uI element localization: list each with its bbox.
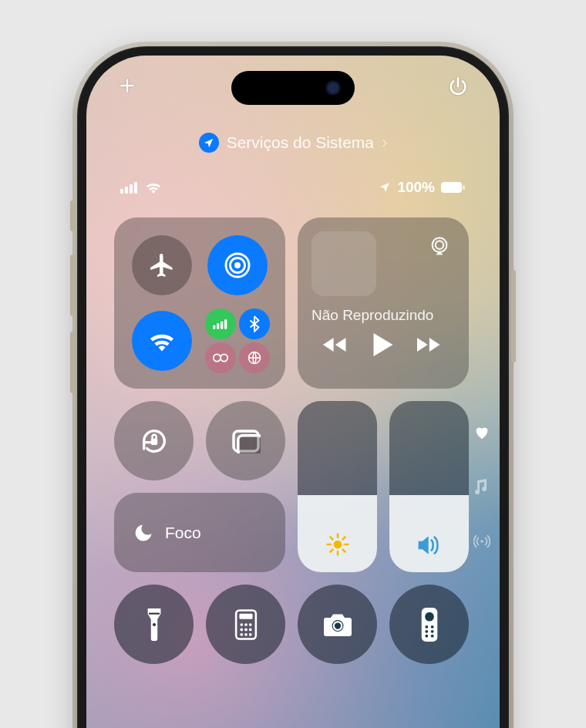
svg-rect-11 xyxy=(221,322,223,329)
svg-point-34 xyxy=(248,633,251,636)
album-art xyxy=(312,231,376,296)
page-indicators[interactable] xyxy=(473,426,490,549)
screen-mirroring-button[interactable] xyxy=(206,401,285,480)
bluetooth-icon xyxy=(249,315,260,332)
side-button xyxy=(511,270,516,362)
screen-mirroring-icon xyxy=(231,429,261,453)
flashlight-icon xyxy=(145,608,163,641)
svg-point-41 xyxy=(425,629,428,632)
cellular-icon xyxy=(213,318,228,329)
svg-point-39 xyxy=(425,625,428,629)
now-playing-tile[interactable]: Não Reproduzindo xyxy=(298,217,469,389)
brightness-slider[interactable] xyxy=(298,401,377,572)
connectivity-tile[interactable] xyxy=(114,217,285,389)
now-playing-title: Não Reproduzindo xyxy=(312,307,455,324)
cellular-signal-icon xyxy=(120,181,139,194)
svg-point-6 xyxy=(234,262,241,268)
airdrop-button[interactable] xyxy=(207,235,268,295)
remote-button[interactable] xyxy=(389,585,469,664)
svg-rect-2 xyxy=(130,184,133,194)
location-status-icon xyxy=(379,181,391,194)
svg-point-27 xyxy=(244,623,248,626)
phone-frame: Serviços do Sistema › 100% xyxy=(77,46,509,728)
svg-point-38 xyxy=(425,612,434,621)
svg-rect-23 xyxy=(149,612,160,614)
forward-button[interactable] xyxy=(417,336,443,353)
moon-icon xyxy=(133,522,154,544)
satellite-icon xyxy=(247,350,262,366)
svg-point-31 xyxy=(248,628,251,631)
svg-rect-9 xyxy=(213,325,215,329)
svg-point-22 xyxy=(152,622,155,625)
screen: Serviços do Sistema › 100% xyxy=(86,56,500,728)
svg-point-32 xyxy=(240,633,243,636)
svg-point-13 xyxy=(214,354,221,361)
battery-text: 100% xyxy=(397,179,435,196)
airplane-mode-button[interactable] xyxy=(132,235,192,295)
remote-icon xyxy=(421,608,438,642)
svg-point-33 xyxy=(244,633,248,636)
battery-icon xyxy=(441,181,466,194)
power-icon xyxy=(447,76,469,97)
add-control-button[interactable] xyxy=(117,76,137,97)
svg-point-14 xyxy=(221,354,227,361)
svg-point-29 xyxy=(240,628,243,631)
svg-rect-12 xyxy=(224,319,227,329)
svg-point-43 xyxy=(425,634,428,637)
wifi-button[interactable] xyxy=(132,311,192,371)
system-services-row[interactable]: Serviços do Sistema › xyxy=(86,133,500,153)
camera-icon xyxy=(322,612,354,638)
svg-point-45 xyxy=(480,540,483,543)
speaker-icon xyxy=(416,534,443,557)
focus-button[interactable]: Foco xyxy=(114,493,285,572)
personal-hotspot-button[interactable] xyxy=(205,342,236,373)
svg-point-42 xyxy=(430,629,433,632)
play-icon xyxy=(372,333,394,356)
airdrop-icon xyxy=(223,251,252,280)
dynamic-island xyxy=(231,71,355,105)
play-button[interactable] xyxy=(372,333,394,356)
music-note-icon xyxy=(475,478,489,495)
forward-icon xyxy=(417,336,443,353)
heart-icon xyxy=(474,426,490,440)
airplane-icon xyxy=(148,251,176,279)
cellular-data-button[interactable] xyxy=(205,308,236,339)
calculator-button[interactable] xyxy=(206,585,285,664)
airplay-button[interactable] xyxy=(424,231,455,262)
svg-point-40 xyxy=(430,625,433,629)
svg-rect-20 xyxy=(237,435,260,453)
chevron-right-icon: › xyxy=(382,133,387,153)
svg-point-44 xyxy=(430,634,433,637)
power-button[interactable] xyxy=(447,76,469,97)
location-badge xyxy=(199,133,219,153)
volume-slider[interactable] xyxy=(389,401,469,572)
system-services-label: Serviços do Sistema xyxy=(227,133,374,152)
calculator-icon xyxy=(234,609,258,640)
wifi-icon xyxy=(148,330,176,352)
svg-rect-1 xyxy=(125,187,128,194)
silent-switch xyxy=(70,201,75,231)
broadcast-icon xyxy=(473,534,490,549)
flashlight-button[interactable] xyxy=(114,585,194,664)
satellite-button[interactable] xyxy=(239,342,270,373)
camera-button[interactable] xyxy=(298,585,377,664)
add-icon xyxy=(117,76,137,96)
svg-rect-3 xyxy=(134,182,137,194)
svg-point-17 xyxy=(436,241,444,249)
orientation-lock-button[interactable] xyxy=(114,401,194,480)
rewind-button[interactable] xyxy=(323,336,349,353)
bluetooth-button[interactable] xyxy=(239,308,270,339)
orientation-lock-icon xyxy=(139,426,170,457)
svg-rect-5 xyxy=(463,185,465,190)
rewind-icon xyxy=(323,336,349,353)
volume-down-button xyxy=(70,332,75,393)
svg-rect-18 xyxy=(150,438,157,444)
svg-point-28 xyxy=(248,623,251,626)
svg-point-26 xyxy=(240,623,243,626)
svg-rect-4 xyxy=(441,182,462,193)
sun-icon xyxy=(325,532,350,557)
svg-rect-25 xyxy=(239,613,252,618)
location-icon xyxy=(203,137,214,149)
volume-up-button xyxy=(70,254,75,316)
wifi-status-icon xyxy=(145,181,162,194)
